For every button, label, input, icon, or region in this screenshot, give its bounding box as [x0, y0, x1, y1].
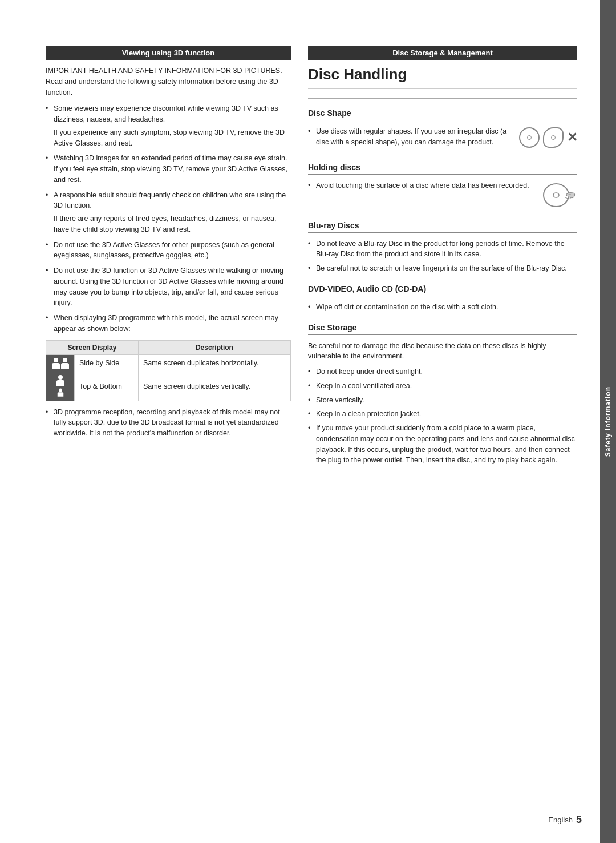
subsection-content: Use discs with regular shapes. If you us… [308, 126, 577, 152]
irregular-disc-icon [543, 127, 564, 148]
left-bullet-list: Some viewers may experience discomfort w… [46, 103, 291, 334]
list-item: Do not use the 3D Active Glasses for oth… [46, 240, 291, 261]
table-cell-label: Top & Bottom [75, 372, 139, 401]
right-section-header: Disc Storage & Management [308, 46, 577, 60]
subsection-content: Avoid touching the surface of a disc whe… [308, 180, 577, 211]
subsection-blu-ray: Blu-ray Discs Do not leave a Blu-ray Dis… [308, 221, 577, 274]
subsection-disc-shape: Disc Shape Use discs with regular shapes… [308, 108, 577, 152]
svg-point-1 [553, 193, 559, 197]
disc-inner-circle [551, 135, 556, 140]
screen-icon-side-by-side [46, 354, 75, 372]
list-item: Do not use the 3D function or 3D Active … [46, 265, 291, 308]
list-item: Use discs with regular shapes. If you us… [308, 126, 513, 148]
list-item: Keep in a clean protection jacket. [308, 409, 577, 420]
dvd-bullets: Wipe off dirt or contamination on the di… [308, 302, 577, 313]
page-footer: English 5 [548, 814, 582, 826]
table-cell-desc: Same screen duplicates vertically. [138, 372, 290, 401]
table-header-display: Screen Display [46, 340, 139, 354]
screen-icon-top-bottom [46, 372, 75, 401]
disc-handling-title: Disc Handling [308, 66, 577, 89]
subsection-title: Blu-ray Discs [308, 221, 577, 233]
subsection-text: Use discs with regular shapes. If you us… [308, 126, 513, 152]
list-item: Avoid touching the surface of a disc whe… [308, 180, 530, 191]
table-cell-label: Side by Side [75, 354, 139, 372]
left-section-header: Viewing using 3D function [46, 46, 291, 60]
left-column: Viewing using 3D function IMPORTANT HEAL… [46, 46, 291, 809]
subsection-title: DVD-VIDEO, Audio CD (CD-DA) [308, 284, 577, 296]
subsection-text: Avoid touching the surface of a disc whe… [308, 180, 530, 196]
page-number: 5 [576, 814, 582, 826]
table-cell-desc: Same screen duplicates horizontally. [138, 354, 290, 372]
subsection-title: Holding discs [308, 163, 577, 175]
table-header-description: Description [138, 340, 290, 354]
svg-point-0 [544, 184, 569, 207]
subsection-title: Disc Storage [308, 323, 577, 335]
list-item: Keep in a cool ventilated area. [308, 381, 577, 392]
blu-ray-bullets: Do not leave a Blu-ray Disc in the produ… [308, 239, 577, 274]
table-row: Side by Side Same screen duplicates hori… [46, 354, 291, 372]
disc-storage-bullets: Do not keep under direct sunlight. Keep … [308, 366, 577, 466]
list-item: 3D programme reception, recording and pl… [46, 407, 291, 439]
subsection-holding-discs: Holding discs Avoid touching the surface… [308, 163, 577, 211]
list-item: Wipe off dirt or contamination on the di… [308, 302, 577, 313]
subsection-title: Disc Shape [308, 108, 577, 120]
table-row: Top & Bottom Same screen duplicates vert… [46, 372, 291, 401]
list-item: Be careful not to scratch or leave finge… [308, 263, 577, 274]
disc-shape-bullets: Use discs with regular shapes. If you us… [308, 126, 513, 148]
subsection-dvd-video: DVD-VIDEO, Audio CD (CD-DA) Wipe off dir… [308, 284, 577, 313]
subsection-disc-storage: Disc Storage Be careful not to damage th… [308, 323, 577, 466]
holding-disc-svg [540, 181, 577, 209]
disc-shape-visual: ✕ [519, 127, 577, 148]
side-tab-text: Safety Information [604, 386, 612, 457]
last-bullet-list: 3D programme reception, recording and pl… [46, 407, 291, 439]
right-column: Disc Storage & Management Disc Handling … [308, 46, 577, 809]
side-tab: Safety Information [600, 0, 616, 843]
regular-disc-icon [519, 127, 540, 148]
list-item: Some viewers may experience discomfort w… [46, 103, 291, 148]
holding-discs-bullets: Avoid touching the surface of a disc whe… [308, 180, 530, 191]
screen-display-table: Screen Display Description [46, 340, 291, 401]
list-item: Watching 3D images for an extended perio… [46, 153, 291, 185]
disc-inner-circle [527, 135, 532, 140]
disc-storage-intro: Be careful not to damage the disc becaus… [308, 341, 577, 362]
page-language: English [548, 816, 573, 824]
list-item: If you move your product suddenly from a… [308, 423, 577, 466]
list-item: Do not leave a Blu-ray Disc in the produ… [308, 239, 577, 260]
holding-disc-visual [540, 181, 577, 211]
x-mark-icon: ✕ [567, 130, 577, 145]
list-item: When displaying 3D programme with this m… [46, 313, 291, 334]
list-item: A responsible adult should frequently ch… [46, 190, 291, 235]
title-divider [308, 98, 577, 99]
list-item: Store vertically. [308, 395, 577, 406]
list-item: Do not keep under direct sunlight. [308, 366, 577, 377]
left-intro-text: IMPORTANT HEALTH AND SAFETY INFORMATION … [46, 66, 291, 98]
